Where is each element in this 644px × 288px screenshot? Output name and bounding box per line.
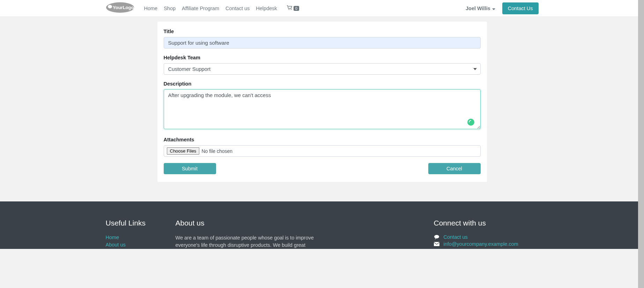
svg-point-5 [434,235,439,238]
useful-links-heading: Useful Links [106,219,162,227]
cancel-button[interactable]: Cancel [428,163,481,174]
footer-link-about[interactable]: About us [106,242,126,248]
cart-link[interactable]: 0 [287,5,299,12]
title-input[interactable] [164,37,481,49]
nav-links: Home Shop Affiliate Program Contact us H… [141,3,280,13]
attachments-label: Attachments [164,137,481,142]
vertical-scrollbar[interactable] [638,0,644,249]
file-status-text: No file chosen [201,148,232,154]
about-us-heading: About us [176,219,315,227]
attachments-input[interactable]: Choose Files No file chosen [164,145,481,157]
svg-text:YourLogo: YourLogo [113,5,134,10]
cart-icon [287,5,293,12]
svg-point-1 [108,5,112,8]
user-menu[interactable]: Joel Willis [466,6,495,11]
team-select[interactable]: Customer Support [164,63,481,75]
team-label: Helpdesk Team [164,55,481,60]
svg-rect-6 [434,242,439,246]
connect-heading: Connect with us [434,219,539,227]
nav-helpdesk[interactable]: Helpdesk [253,3,280,13]
envelope-icon [434,242,439,246]
caret-down-icon [492,6,495,11]
scrollbar-thumb[interactable] [638,0,644,249]
nav-shop[interactable]: Shop [161,3,178,13]
cart-count-badge: 0 [294,6,299,11]
nav-contact[interactable]: Contact us [223,3,252,13]
loading-spinner-icon [467,119,474,126]
ticket-form-card: Title Helpdesk Team Customer Support Des… [157,22,487,182]
nav-home[interactable]: Home [141,3,161,13]
site-logo[interactable]: YourLogo [106,2,134,15]
submit-button[interactable]: Submit [164,163,216,174]
about-us-text: We are a team of passionate people whose… [176,234,315,249]
footer-contact-link[interactable]: Contact us [444,234,468,240]
description-label: Description [164,81,481,87]
footer-email-link[interactable]: info@yourcompany.example.com [444,241,518,247]
svg-point-4 [290,9,291,10]
user-name-label: Joel Willis [466,6,490,11]
page-footer: Useful Links Home About us About us We a… [0,201,644,249]
top-navbar: YourLogo Home Shop Affiliate Program Con… [0,0,644,17]
chat-icon [434,235,439,239]
svg-point-3 [288,9,289,10]
title-label: Title [164,29,481,34]
description-textarea[interactable] [164,89,481,129]
nav-affiliate[interactable]: Affiliate Program [179,3,222,13]
contact-us-button[interactable]: Contact Us [502,2,539,14]
footer-link-home[interactable]: Home [106,235,119,240]
choose-files-button[interactable]: Choose Files [167,147,200,155]
